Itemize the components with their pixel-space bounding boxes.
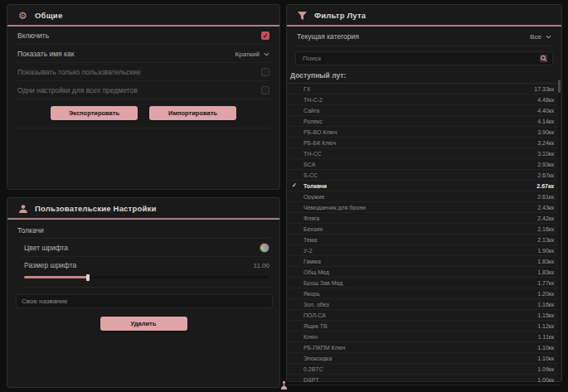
enable-label: Включить	[17, 31, 49, 40]
font-color-row: Цвет шрифта	[21, 238, 271, 256]
list-item[interactable]: Брош Зав Мед1.77кк	[287, 278, 561, 288]
list-item[interactable]: Тема2.13кк	[287, 235, 561, 245]
item-value: 2.43кк	[537, 205, 554, 211]
list-item[interactable]: У-21.90кк	[287, 245, 561, 256]
item-name: Якорь	[302, 291, 537, 297]
item-name: 0.2BTC	[302, 366, 537, 372]
category-dropdown[interactable]: Все	[530, 33, 551, 41]
list-item[interactable]: Ящик ТВ1.12кк	[287, 321, 561, 332]
loot-filter-title: Фильтр Лута	[314, 11, 366, 20]
user-settings-header: Пользовательские Настройки	[7, 198, 279, 220]
general-panel-title: Общие	[35, 11, 62, 20]
custom-name-input[interactable]	[16, 294, 273, 308]
delete-button[interactable]: Удалить	[100, 317, 187, 331]
item-name: Эпоксидка	[302, 356, 537, 361]
item-value: 2.67кк	[537, 172, 554, 178]
gear-icon: ⚙	[17, 10, 28, 21]
font-color-label: Цвет шрифта	[24, 244, 68, 252]
category-label: Текущая категория	[297, 32, 359, 41]
search-input[interactable]	[301, 54, 539, 63]
general-panel: ⚙ Общие Включить Показать имя как Кратки…	[7, 4, 280, 190]
font-size-row: Размер шрифта 11.00	[21, 256, 271, 273]
list-item[interactable]: Бензин2.16кк	[287, 224, 561, 235]
only-custom-row: Показывать только пользовательские	[16, 63, 271, 81]
list-item[interactable]: Оружие2.61кк	[287, 191, 561, 202]
item-value: 1.15кк	[537, 312, 554, 318]
search-icon[interactable]	[539, 54, 548, 63]
list-item[interactable]: Эпоксидка1.10кк	[287, 353, 561, 364]
slider-track[interactable]	[24, 276, 269, 278]
export-button[interactable]: Экспортировать	[51, 106, 138, 120]
only-custom-label: Показывать только пользовательские	[17, 68, 141, 76]
only-custom-checkbox[interactable]	[261, 68, 269, 76]
item-value: 2.93кк	[537, 162, 554, 167]
color-picker-icon[interactable]	[260, 243, 269, 253]
list-item[interactable]: Зол. обез1.16кк	[287, 299, 561, 310]
available-loot-label: Доступный лут:	[290, 71, 553, 80]
item-value: 1.16кк	[537, 302, 554, 307]
item-value: 3.90кк	[537, 129, 554, 135]
item-name: Чемоданчик для брони	[302, 205, 537, 211]
item-value: 1.12кк	[537, 323, 554, 329]
list-item[interactable]: Ключ1.11кк	[287, 332, 561, 342]
item-value: 3.24кк	[537, 140, 554, 146]
list-item[interactable]: ПОЛ-СА1.15кк	[287, 310, 561, 321]
item-name: У-2	[302, 248, 537, 254]
item-value: 1.90кк	[537, 248, 554, 254]
user-settings-icon	[17, 203, 28, 214]
same-settings-checkbox[interactable]	[261, 86, 269, 94]
item-name: Толкачи	[302, 183, 536, 189]
list-item[interactable]: РБ-ВО Ключ3.90кк	[287, 127, 561, 138]
item-name: Брош Зав Мед	[302, 280, 537, 286]
item-name: Ящик ТВ	[302, 323, 537, 329]
list-item[interactable]: Гамма1.83кк	[287, 256, 561, 267]
list-item[interactable]: РБ-ПКПМ Ключ1.10кк	[287, 342, 561, 353]
item-name: SCA	[302, 162, 537, 167]
list-item[interactable]: Сайга4.40кк	[287, 105, 561, 116]
slider-thumb[interactable]	[86, 274, 90, 281]
item-value: 17.33кк	[534, 86, 554, 92]
import-button[interactable]: Импортировать	[149, 106, 236, 120]
scrollbar-thumb[interactable]	[558, 80, 561, 93]
list-item[interactable]: ГХ17.33кк	[287, 84, 561, 94]
enable-row: Включить	[16, 27, 271, 45]
check-icon: ✓	[292, 182, 302, 189]
list-item[interactable]: SCA2.93кк	[287, 159, 561, 170]
list-item[interactable]: Якорь1.20кк	[287, 288, 561, 299]
item-name: Сайга	[302, 108, 537, 114]
item-name: РБ-БК Ключ	[302, 140, 537, 146]
item-value: 2.67кк	[536, 183, 554, 189]
list-item[interactable]: ✓Толкачи2.67кк	[287, 181, 561, 191]
list-item[interactable]: ТН-СС3.10кк	[287, 148, 561, 159]
list-item[interactable]: Ролекс4.14кк	[287, 116, 561, 127]
list-item[interactable]: DSPT1.00кк	[287, 375, 561, 385]
item-name: ТН-С-2	[302, 97, 537, 103]
chevron-down-icon	[264, 51, 269, 57]
same-settings-row: Одни настройки для всех предметов	[16, 81, 271, 99]
item-name: Бензин	[302, 226, 537, 232]
list-item[interactable]: ТН-С-24.48кк	[287, 94, 561, 105]
scrollbar[interactable]	[558, 78, 561, 380]
list-item[interactable]: РБ-БК Ключ3.24кк	[287, 138, 561, 148]
item-value: 2.16кк	[537, 226, 554, 232]
font-size-slider[interactable]	[24, 273, 271, 288]
item-name: Ролекс	[302, 119, 537, 124]
loot-list: ГХ17.33ккТН-С-24.48ккСайга4.40ккРолекс4.…	[287, 83, 561, 385]
name-display-row: Показать имя как Краткий	[16, 45, 271, 63]
name-display-dropdown[interactable]: Краткий	[235, 51, 269, 58]
item-value: 4.14кк	[537, 119, 554, 124]
item-name: ПОЛ-СА	[302, 312, 537, 318]
enable-checkbox[interactable]	[261, 31, 269, 40]
list-item[interactable]: Общ Мед1.83кк	[287, 267, 561, 278]
item-value: 1.83кк	[537, 259, 554, 264]
font-size-value: 11.00	[254, 262, 269, 269]
list-item[interactable]: Чемоданчик для брони2.43кк	[287, 202, 561, 213]
list-item[interactable]: 0.2BTC1.09кк	[287, 364, 561, 375]
list-item[interactable]: Фляга2.42кк	[287, 213, 561, 224]
slider-fill	[24, 276, 88, 278]
item-value: 1.11кк	[538, 334, 554, 340]
item-value: 2.42кк	[537, 215, 554, 221]
item-value: 1.20кк	[537, 291, 554, 297]
category-row: Текущая категория Все	[295, 27, 553, 46]
list-item[interactable]: S-CC2.67кк	[287, 170, 561, 181]
